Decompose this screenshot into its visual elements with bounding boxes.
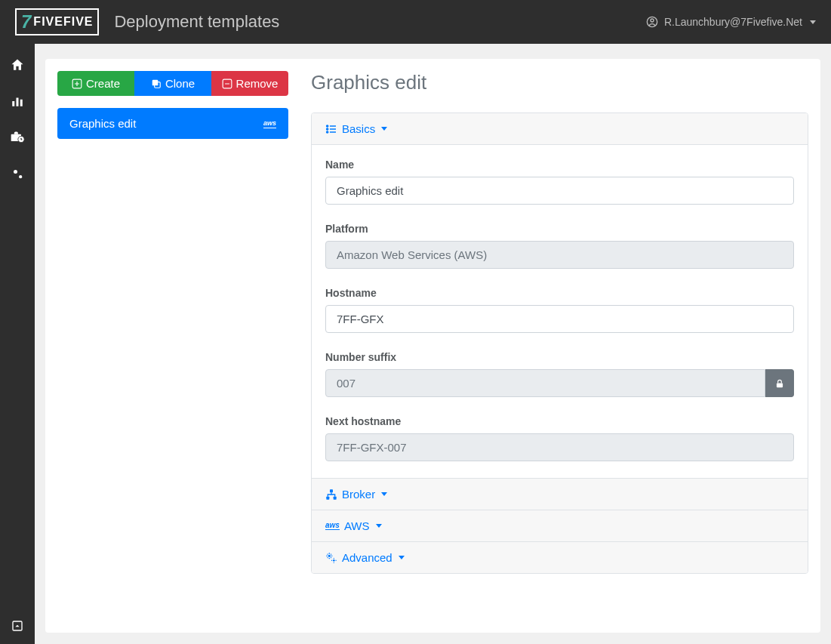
brand-logo[interactable]: 7 FIVEFIVE bbox=[15, 8, 99, 35]
number-suffix-label: Number suffix bbox=[325, 351, 794, 363]
hostname-label: Hostname bbox=[325, 287, 794, 299]
name-input[interactable] bbox=[325, 177, 794, 205]
brand-text: FIVEFIVE bbox=[33, 15, 93, 29]
action-button-group: Create Clone Remove bbox=[57, 71, 288, 96]
page-title: Graphics edit bbox=[311, 71, 808, 94]
svg-rect-21 bbox=[330, 489, 333, 492]
svg-rect-20 bbox=[777, 383, 783, 387]
chart-icon bbox=[11, 94, 24, 108]
svg-point-1 bbox=[651, 19, 654, 22]
next-hostname-input bbox=[325, 433, 794, 461]
hostname-input[interactable] bbox=[325, 305, 794, 333]
gears-icon bbox=[10, 166, 25, 181]
clone-icon bbox=[151, 79, 162, 89]
network-icon bbox=[325, 488, 337, 501]
clone-label: Clone bbox=[165, 77, 195, 90]
platform-input bbox=[325, 241, 794, 269]
section-label: Advanced bbox=[342, 551, 392, 564]
chevron-down-icon bbox=[376, 524, 382, 528]
platform-label: Platform bbox=[325, 223, 794, 235]
section-header-basics[interactable]: Basics bbox=[312, 113, 808, 145]
sidebar-item-home[interactable] bbox=[8, 56, 26, 74]
svg-point-18 bbox=[327, 131, 328, 133]
svg-rect-23 bbox=[334, 496, 337, 499]
editor-panel: Graphics edit Basics Name Platform bbox=[311, 71, 808, 621]
navbar: 7 FIVEFIVE Deployment templates R.Launch… bbox=[0, 0, 831, 44]
create-label: Create bbox=[86, 77, 120, 90]
user-email: R.Launchbury@7Fivefive.Net bbox=[664, 16, 802, 28]
list-icon bbox=[325, 123, 337, 135]
sidebar-item-settings[interactable] bbox=[8, 165, 26, 183]
svg-point-14 bbox=[327, 125, 328, 127]
logo-seven-icon: 7 bbox=[21, 11, 32, 32]
next-hostname-label: Next hostname bbox=[325, 415, 794, 427]
briefcase-clock-icon bbox=[10, 130, 25, 145]
section-label: AWS bbox=[344, 519, 370, 532]
chevron-down-icon bbox=[810, 20, 816, 24]
sidebar-item-collapse[interactable] bbox=[8, 617, 26, 635]
section-header-advanced[interactable]: Advanced bbox=[312, 542, 808, 573]
template-item-graphics-edit[interactable]: Graphics edit aws bbox=[57, 108, 288, 139]
chevron-down-icon bbox=[381, 127, 387, 131]
aws-icon: aws bbox=[325, 522, 340, 530]
name-label: Name bbox=[325, 159, 794, 171]
svg-rect-3 bbox=[17, 98, 19, 106]
caret-up-square-icon bbox=[11, 620, 23, 632]
sidebar bbox=[0, 44, 35, 644]
sidebar-item-analytics[interactable] bbox=[8, 92, 26, 110]
aws-badge: aws bbox=[263, 119, 276, 128]
svg-point-16 bbox=[327, 128, 328, 130]
chevron-down-icon bbox=[399, 556, 405, 559]
template-list: Graphics edit aws bbox=[57, 108, 288, 139]
accordion: Basics Name Platform Hostname bbox=[311, 112, 808, 574]
template-name: Graphics edit bbox=[69, 117, 136, 130]
lock-addon[interactable] bbox=[765, 369, 794, 397]
home-icon bbox=[10, 57, 25, 72]
svg-point-25 bbox=[333, 559, 335, 562]
minus-square-icon bbox=[222, 79, 232, 89]
section-label: Basics bbox=[342, 122, 375, 135]
section-header-broker[interactable]: Broker bbox=[312, 479, 808, 510]
gears-icon bbox=[325, 552, 337, 564]
section-header-aws[interactable]: aws AWS bbox=[312, 510, 808, 542]
svg-rect-4 bbox=[20, 100, 23, 106]
svg-point-7 bbox=[14, 170, 17, 174]
svg-rect-2 bbox=[12, 101, 14, 106]
main-content: Create Clone Remove Graphics edit aws bbox=[35, 44, 831, 644]
chevron-down-icon bbox=[381, 492, 387, 496]
user-menu[interactable]: R.Launchbury@7Fivefive.Net bbox=[646, 16, 816, 28]
user-icon bbox=[646, 16, 658, 28]
section-label: Broker bbox=[342, 488, 375, 501]
plus-square-icon bbox=[72, 79, 82, 89]
page-subtitle: Deployment templates bbox=[114, 12, 279, 32]
templates-panel: Create Clone Remove Graphics edit aws bbox=[57, 71, 288, 621]
section-body-basics: Name Platform Hostname Number suffix bbox=[312, 145, 808, 479]
sidebar-item-jobs[interactable] bbox=[8, 128, 26, 146]
create-button[interactable]: Create bbox=[57, 71, 134, 96]
svg-point-8 bbox=[19, 175, 22, 178]
remove-label: Remove bbox=[236, 77, 279, 90]
lock-icon bbox=[774, 378, 785, 389]
clone-button[interactable]: Clone bbox=[134, 71, 211, 96]
remove-button[interactable]: Remove bbox=[211, 71, 288, 96]
svg-rect-12 bbox=[152, 79, 159, 85]
svg-point-24 bbox=[328, 554, 331, 556]
svg-rect-22 bbox=[326, 496, 329, 499]
number-suffix-input bbox=[325, 369, 765, 397]
